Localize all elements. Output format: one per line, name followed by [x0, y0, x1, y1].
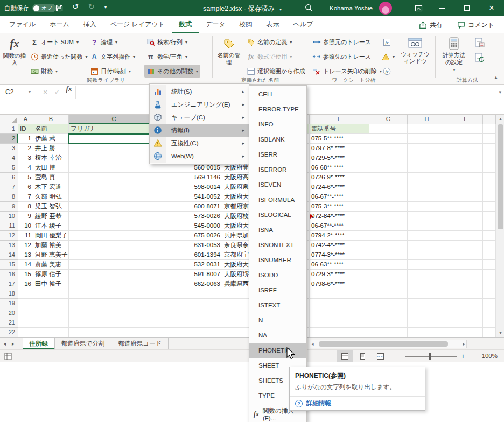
row-header-10[interactable]: 10 [0, 212, 18, 221]
cell-D8[interactable]: 541-0052 [159, 192, 222, 202]
cell-C9[interactable] [69, 202, 159, 212]
cell-G8[interactable] [369, 192, 408, 202]
cell-F17[interactable]: 0798-6*-**** [310, 279, 369, 289]
cell-B15[interactable]: 斎藤 美恵 [33, 260, 69, 270]
column-header-H[interactable]: H [408, 115, 446, 124]
tooltip-link[interactable]: 詳細情報 [306, 399, 331, 407]
name-manager-button[interactable]: 名前の管理 [215, 34, 242, 81]
ribbon-tab-6[interactable]: データ [199, 16, 233, 33]
cell-A1[interactable]: ID [18, 124, 33, 134]
comments-button[interactable]: コメント [452, 18, 500, 32]
cell-H5[interactable] [408, 163, 446, 173]
cell-D12[interactable]: 675-0026 [159, 231, 222, 241]
cancel-button[interactable]: × [40, 85, 51, 100]
cell-C21[interactable] [69, 318, 159, 328]
submenu-item-istext[interactable]: ISTEXT [249, 298, 306, 313]
row-header-21[interactable]: 21 [0, 318, 18, 328]
cell-B4[interactable]: 榎本 幸治 [33, 153, 69, 163]
cell-C4[interactable] [69, 153, 159, 163]
submenu-item-isodd[interactable]: ISODD [249, 268, 306, 283]
menu-item-info[interactable]: 情報(I)▸ [150, 124, 249, 137]
row-header-7[interactable]: 7 [0, 182, 18, 192]
ribbon-tab-4[interactable]: ページ レイアウト [103, 16, 172, 33]
cell-G11[interactable] [369, 221, 408, 231]
column-header-B[interactable]: B [33, 115, 69, 124]
row-header-18[interactable]: 18 [0, 289, 18, 299]
cell-B21[interactable] [33, 318, 69, 328]
cell-C3[interactable] [69, 144, 159, 153]
submenu-item-error-type[interactable]: ERROR.TYPE [249, 102, 306, 117]
cell-I18[interactable] [446, 289, 483, 299]
watch-window-button[interactable]: ウォッチウィンドウ [400, 34, 431, 81]
cell-F4[interactable]: 0729-5*-**** [310, 153, 369, 163]
cell-I7[interactable] [446, 182, 483, 192]
cell-B20[interactable] [33, 308, 69, 318]
horizontal-scrollbar[interactable]: ◂ ▸ [310, 340, 467, 348]
cell-I10[interactable] [446, 212, 483, 221]
cell-F2[interactable]: 075-5**-**** [310, 134, 369, 144]
autosave-toggle[interactable]: 自動保存 オフ [4, 3, 56, 13]
zoom-level[interactable]: 100% [482, 350, 498, 362]
cell-F11[interactable]: 06-67**-**** [310, 221, 369, 231]
cell-B13[interactable]: 加藤 裕美 [33, 241, 69, 250]
evaluate-formula-button[interactable]: fx [380, 65, 393, 78]
cell-B2[interactable]: 伊藤 武 [33, 134, 69, 144]
cell-H8[interactable] [408, 192, 446, 202]
cell-I5[interactable] [446, 163, 483, 173]
cell-D17[interactable]: 662-0063 [159, 279, 222, 289]
autosum-button[interactable]: Σ オート SUM▾ [28, 36, 81, 48]
cell-A20[interactable] [18, 308, 33, 318]
text-functions-button[interactable]: A 文字列操作▾ [88, 50, 137, 63]
scroll-up-button[interactable]: ▴ [496, 115, 504, 123]
cell-H20[interactable] [408, 308, 446, 318]
avatar[interactable] [379, 2, 392, 15]
row-header-1[interactable]: 1 [0, 124, 18, 134]
submenu-item-iseven[interactable]: ISEVEN [249, 177, 306, 192]
cell-A21[interactable] [18, 318, 33, 328]
cell-H9[interactable] [408, 202, 446, 212]
cell-A19[interactable] [18, 299, 33, 308]
row-header-8[interactable]: 8 [0, 192, 18, 202]
maximize-button[interactable] [454, 0, 479, 16]
row-header-14[interactable]: 14 [0, 250, 18, 260]
row-header-20[interactable]: 20 [0, 308, 18, 318]
submenu-item-info[interactable]: INFO [249, 117, 306, 132]
cell-H3[interactable] [408, 144, 446, 153]
cell-B16[interactable]: 篠原 信子 [33, 270, 69, 279]
cell-A3[interactable]: 2 [18, 144, 33, 153]
row-header-11[interactable]: 11 [0, 221, 18, 231]
ribbon-tab-5[interactable]: 数式 [172, 16, 199, 33]
row-header-22[interactable]: 22 [0, 328, 18, 337]
row-header-17[interactable]: 17 [0, 279, 18, 289]
cell-C16[interactable] [69, 270, 159, 279]
zoom-in-button[interactable]: + [461, 350, 465, 362]
cell-H15[interactable] [408, 260, 446, 270]
submenu-item-isnumber[interactable]: ISNUMBER [249, 252, 306, 268]
ribbon-display-options-button[interactable] [407, 0, 430, 16]
enter-button[interactable]: ✓ [52, 85, 62, 100]
cell-A13[interactable]: 12 [18, 241, 33, 250]
calculate-now-button[interactable] [473, 37, 487, 50]
cell-D20[interactable] [159, 308, 222, 318]
cell-C20[interactable] [69, 308, 159, 318]
row-header-12[interactable]: 12 [0, 231, 18, 241]
menu-item-web[interactable]: Web(W)▸ [150, 150, 249, 163]
cell-F6[interactable]: 0726-9*-**** [310, 173, 369, 182]
status-indicator-icon[interactable] [4, 353, 12, 362]
cell-F19[interactable] [310, 299, 369, 308]
cell-B10[interactable]: 綾野 亜希 [33, 212, 69, 221]
cell-G5[interactable] [369, 163, 408, 173]
cell-I12[interactable] [446, 231, 483, 241]
cell-C13[interactable] [69, 241, 159, 250]
menu-item-compatibility[interactable]: 互換性(C)▸ [150, 137, 249, 150]
cell-D10[interactable]: 573-0026 [159, 212, 222, 221]
row-header-9[interactable]: 9 [0, 202, 18, 212]
cell-B1[interactable]: 名前 [33, 124, 69, 134]
cell-F10[interactable]: 072-84*-**** [310, 212, 369, 221]
cell-I14[interactable] [446, 250, 483, 260]
submenu-item-cell[interactable]: CELL [249, 87, 306, 102]
cell-B9[interactable]: 児玉 智弘 [33, 202, 69, 212]
cell-A8[interactable]: 7 [18, 192, 33, 202]
cell-D19[interactable] [159, 299, 222, 308]
redo-button[interactable]: ↻ [88, 2, 95, 11]
